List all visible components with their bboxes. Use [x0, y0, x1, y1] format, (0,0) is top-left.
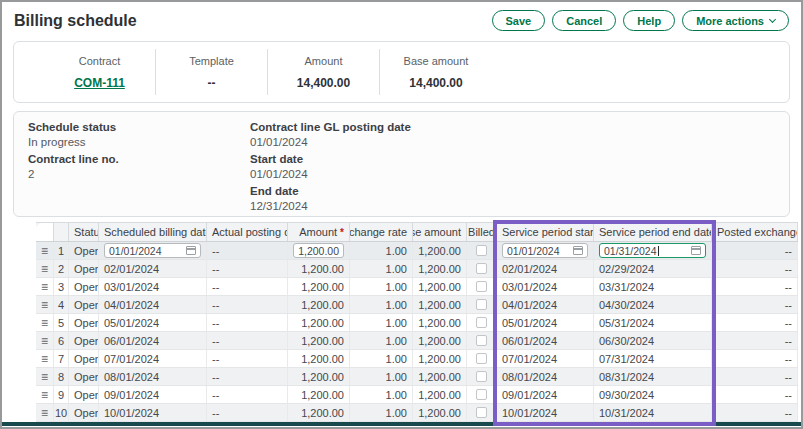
amount-cell[interactable]: 1,200.00	[288, 260, 350, 277]
actual-posting-date-cell: --	[207, 242, 288, 259]
service-period-end-date-input[interactable]: 01/31/2024	[599, 243, 706, 258]
table-row: ≡4Open04/01/2024--1,200.001.001,200.0004…	[36, 296, 798, 314]
service-period-end-date-cell[interactable]: 06/30/2024	[594, 332, 712, 349]
row-drag-handle[interactable]: ≡	[36, 260, 54, 277]
service-period-end-date-cell[interactable]: 01/31/2024	[594, 242, 712, 259]
more-actions-button[interactable]: More actions	[682, 10, 789, 31]
row-number-cell: 5	[54, 314, 69, 331]
service-period-start-date-input[interactable]: 01/01/2024	[502, 243, 588, 258]
posted-exchange-rate-cell: --	[712, 368, 798, 385]
base-amount-cell: 1,200.00	[413, 350, 467, 367]
base-amount-cell: 1,200.00	[413, 242, 467, 259]
actual-posting-date-cell: --	[207, 314, 288, 331]
row-drag-handle[interactable]: ≡	[36, 350, 54, 367]
service-period-start-date-cell[interactable]: 04/01/2024	[497, 296, 594, 313]
row-drag-handle[interactable]: ≡	[36, 296, 54, 313]
service-period-start-date-cell[interactable]: 08/01/2024	[497, 368, 594, 385]
scheduled-billing-date-cell[interactable]: 10/01/2024	[99, 404, 207, 421]
service-period-start-date-column-header: Service period start date	[497, 223, 594, 241]
billed-checkbox[interactable]	[476, 389, 487, 400]
detail-field-value: 01/01/2024	[250, 136, 411, 148]
service-period-end-date-cell[interactable]: 08/31/2024	[594, 368, 712, 385]
row-drag-handle[interactable]: ≡	[36, 368, 54, 385]
scheduled-billing-date-cell[interactable]: 03/01/2024	[99, 278, 207, 295]
service-period-start-date-cell[interactable]: 10/01/2024	[497, 404, 594, 421]
amount-cell[interactable]: 1,200.00	[288, 404, 350, 421]
service-period-end-date-cell[interactable]: 04/30/2024	[594, 296, 712, 313]
billed-checkbox[interactable]	[476, 407, 487, 418]
table-row: ≡7Open07/01/2024--1,200.001.001,200.0007…	[36, 350, 798, 368]
amount-cell[interactable]: 1,200.00	[288, 332, 350, 349]
status-cell: Open	[69, 404, 99, 421]
billed-checkbox[interactable]	[476, 263, 487, 274]
save-button[interactable]: Save	[492, 10, 546, 31]
actual-posting-date-cell: --	[207, 260, 288, 277]
page-title: Billing schedule	[14, 12, 137, 30]
billed-checkbox[interactable]	[476, 371, 487, 382]
service-period-start-date-cell[interactable]: 03/01/2024	[497, 278, 594, 295]
billed-checkbox[interactable]	[476, 299, 487, 310]
service-period-end-date-cell[interactable]: 09/30/2024	[594, 386, 712, 403]
row-number-cell: 9	[54, 386, 69, 403]
service-period-start-date-cell[interactable]: 01/01/2024	[497, 242, 594, 259]
scheduled-billing-date-cell[interactable]: 02/01/2024	[99, 260, 207, 277]
service-period-start-date-cell[interactable]: 09/01/2024	[497, 386, 594, 403]
row-drag-handle[interactable]: ≡	[36, 332, 54, 349]
service-period-start-date-cell[interactable]: 02/01/2024	[497, 260, 594, 277]
drag-handle-icon: ≡	[41, 389, 48, 401]
billed-checkbox[interactable]	[476, 245, 487, 256]
exchange-rate-cell: 1.00	[350, 404, 413, 421]
scheduled-billing-date-input[interactable]: 01/01/2024	[104, 243, 201, 258]
amount-cell[interactable]: 1,200.00	[288, 314, 350, 331]
row-drag-handle[interactable]: ≡	[36, 404, 54, 421]
scheduled-billing-date-cell[interactable]: 04/01/2024	[99, 296, 207, 313]
amount-cell[interactable]: 1,200.00	[288, 368, 350, 385]
scheduled-billing-date-cell[interactable]: 06/01/2024	[99, 332, 207, 349]
service-period-start-date-cell[interactable]: 06/01/2024	[497, 332, 594, 349]
actual-posting-date-cell: --	[207, 386, 288, 403]
actual-posting-date-cell: --	[207, 296, 288, 313]
scheduled-billing-date-cell[interactable]: 08/01/2024	[99, 368, 207, 385]
billed-checkbox[interactable]	[476, 335, 487, 346]
status-cell: Open	[69, 242, 99, 259]
row-drag-handle[interactable]: ≡	[36, 386, 54, 403]
amount-cell[interactable]: 1,200.00	[288, 350, 350, 367]
help-button[interactable]: Help	[623, 10, 675, 31]
details-left-column: Schedule statusIn progressContract line …	[28, 121, 250, 207]
row-drag-handle[interactable]: ≡	[36, 278, 54, 295]
row-drag-handle[interactable]: ≡	[36, 314, 54, 331]
billed-checkbox[interactable]	[476, 281, 487, 292]
amount-cell[interactable]: 1,200.00	[288, 386, 350, 403]
service-period-end-date-cell[interactable]: 05/31/2024	[594, 314, 712, 331]
service-period-start-date-cell[interactable]: 05/01/2024	[497, 314, 594, 331]
scheduled-billing-date-cell[interactable]: 05/01/2024	[99, 314, 207, 331]
service-period-end-date-cell[interactable]: 07/31/2024	[594, 350, 712, 367]
scheduled-billing-date-cell[interactable]: 07/01/2024	[99, 350, 207, 367]
contract-link[interactable]: COM-111	[44, 76, 155, 90]
posted-exchange-rate-cell: --	[712, 404, 798, 421]
row-drag-handle[interactable]: ≡	[36, 242, 54, 259]
calendar-icon	[573, 246, 583, 255]
billed-checkbox[interactable]	[476, 317, 487, 328]
base-amount-cell: 1,200.00	[413, 332, 467, 349]
amount-cell[interactable]: 1,200.00	[288, 296, 350, 313]
service-period-start-date-cell[interactable]: 07/01/2024	[497, 350, 594, 367]
amount-column-header: Amount*	[288, 223, 350, 241]
service-period-end-date-cell[interactable]: 10/31/2024	[594, 404, 712, 421]
scheduled-billing-date-cell[interactable]: 09/01/2024	[99, 386, 207, 403]
amount-cell[interactable]: 1,200.00	[288, 278, 350, 295]
amount-cell[interactable]: 1,200.00	[288, 242, 350, 259]
table-row: ≡9Open09/01/2024--1,200.001.001,200.0009…	[36, 386, 798, 404]
posted-exchange-rate-cell: --	[712, 350, 798, 367]
service-period-end-date-cell[interactable]: 02/29/2024	[594, 260, 712, 277]
billed-cell	[467, 314, 497, 331]
billed-checkbox[interactable]	[476, 353, 487, 364]
billed-cell	[467, 260, 497, 277]
summary-field-amount: Amount14,400.00	[268, 49, 380, 95]
row-number-cell: 7	[54, 350, 69, 367]
exchange-rate-cell: 1.00	[350, 296, 413, 313]
amount-input[interactable]: 1,200.00	[293, 243, 344, 258]
scheduled-billing-date-cell[interactable]: 01/01/2024	[99, 242, 207, 259]
cancel-button[interactable]: Cancel	[552, 10, 616, 31]
service-period-end-date-cell[interactable]: 03/31/2024	[594, 278, 712, 295]
